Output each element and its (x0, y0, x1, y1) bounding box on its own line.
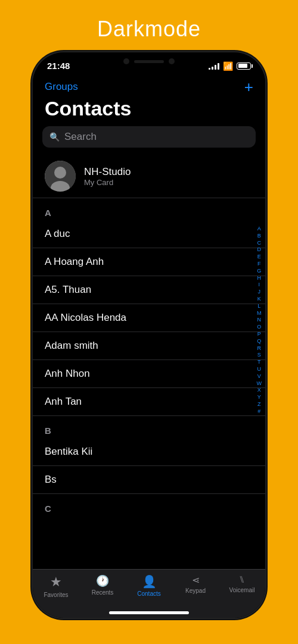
alpha-e[interactable]: E (257, 254, 261, 260)
keypad-icon: ⋖ (192, 574, 200, 586)
contacts-header: Contacts (33, 97, 265, 126)
page-title-label: Darkmode (97, 17, 201, 42)
search-placeholder: Search (64, 131, 97, 143)
alpha-b[interactable]: B (257, 233, 261, 239)
clock: 21:48 (47, 61, 70, 71)
section-header-a: A (33, 198, 265, 220)
notch-dot-left (123, 58, 129, 64)
alpha-z[interactable]: Z (257, 401, 261, 408)
voicemail-label: Voicemail (229, 587, 255, 593)
alpha-t[interactable]: T (257, 359, 261, 365)
my-card-info: NH-Studio My Card (84, 166, 131, 187)
avatar (45, 161, 76, 192)
svg-point-1 (54, 167, 66, 179)
contact-row[interactable]: Bentika Kii (33, 438, 265, 466)
app-content: Groups + Contacts 🔍 Search (33, 74, 265, 566)
contacts-list[interactable]: NH-Studio My Card A A duc A Hoang Anh A5… (33, 155, 265, 566)
favorites-icon: ★ (50, 574, 62, 590)
alpha-p[interactable]: P (257, 331, 261, 337)
section-header-b: B (33, 416, 265, 438)
alpha-i[interactable]: I (258, 282, 260, 289)
nav-bar: Groups + (33, 74, 265, 97)
contacts-icon: 👤 (142, 574, 157, 589)
notch-camera (169, 58, 175, 64)
alphabet-index[interactable]: A B C D E F G H I J K L M N O P Q R S T … (257, 226, 262, 415)
voicemail-icon: ⑊ (239, 574, 245, 585)
home-indicator (109, 611, 189, 614)
alpha-n[interactable]: N (257, 317, 262, 324)
contact-row[interactable]: Adam smith (33, 332, 265, 360)
alpha-f[interactable]: F (257, 261, 261, 267)
alpha-g[interactable]: G (257, 268, 261, 274)
alpha-m[interactable]: M (257, 310, 262, 317)
signal-icon (209, 62, 219, 70)
alpha-d[interactable]: D (257, 247, 262, 254)
my-card-label: My Card (84, 178, 131, 187)
alpha-l[interactable]: L (257, 303, 260, 310)
avatar-inner (45, 161, 76, 192)
contact-row[interactable]: A5. Thuan (33, 276, 265, 304)
contact-row[interactable]: A duc (33, 220, 265, 248)
alpha-u[interactable]: U (257, 366, 262, 373)
battery-icon (237, 62, 251, 70)
notch (110, 52, 188, 70)
alpha-q[interactable]: Q (257, 338, 261, 345)
recents-label: Recents (92, 589, 114, 596)
alpha-h[interactable]: H (257, 275, 262, 282)
alpha-k[interactable]: K (257, 296, 261, 302)
contact-row[interactable]: Bs (33, 466, 265, 494)
tab-contacts[interactable]: 👤 Contacts (126, 574, 172, 597)
phone-frame: 21:48 📶 Groups + Contacts 🔍 Search (33, 52, 265, 618)
alpha-c[interactable]: C (257, 240, 262, 246)
tab-favorites[interactable]: ★ Favorites (33, 574, 79, 598)
contact-row[interactable]: A Hoang Anh (33, 248, 265, 276)
alpha-x[interactable]: X (257, 387, 261, 394)
favorites-label: Favorites (44, 592, 68, 598)
wifi-icon: 📶 (223, 61, 233, 71)
search-icon: 🔍 (49, 132, 60, 142)
my-card-row[interactable]: NH-Studio My Card (33, 155, 265, 198)
tab-bar: ★ Favorites 🕐 Recents 👤 Contacts ⋖ Keypa… (33, 569, 265, 618)
battery-fill (238, 64, 247, 68)
add-contact-button[interactable]: + (244, 79, 253, 95)
keypad-label: Keypad (185, 587, 206, 594)
search-bar[interactable]: 🔍 Search (42, 126, 256, 148)
tab-keypad[interactable]: ⋖ Keypad (172, 574, 219, 594)
section-header-c: C (33, 494, 265, 516)
alpha-o[interactable]: O (257, 324, 261, 330)
alpha-a[interactable]: A (257, 226, 261, 232)
groups-button[interactable]: Groups (45, 81, 78, 93)
tab-recents[interactable]: 🕐 Recents (79, 574, 126, 596)
alpha-hash[interactable]: # (257, 408, 260, 415)
alpha-y[interactable]: Y (257, 394, 261, 401)
status-right: 📶 (209, 61, 251, 71)
alpha-w[interactable]: W (257, 380, 262, 387)
recents-icon: 🕐 (96, 574, 109, 587)
contacts-label: Contacts (137, 590, 160, 597)
alpha-r[interactable]: R (257, 345, 262, 352)
contact-row[interactable]: AA Nicolas Henda (33, 304, 265, 332)
my-card-name: NH-Studio (84, 166, 131, 178)
alpha-s[interactable]: S (257, 352, 261, 359)
contact-row[interactable]: Anh Tan (33, 388, 265, 416)
alpha-v[interactable]: V (257, 373, 261, 380)
tab-voicemail[interactable]: ⑊ Voicemail (219, 574, 265, 593)
alpha-j[interactable]: J (258, 289, 261, 295)
notch-speaker (134, 60, 164, 63)
contact-row[interactable]: Anh Nhon (33, 360, 265, 388)
